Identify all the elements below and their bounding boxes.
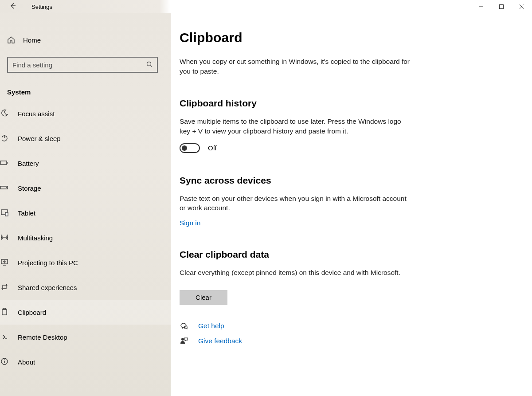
sidebar-item-label: Multitasking — [18, 234, 53, 242]
sidebar-item-remote-desktop[interactable]: Remote Desktop — [0, 325, 178, 349]
content-area: Clipboard When you copy or cut something… — [171, 13, 532, 396]
window-title: Settings — [31, 4, 52, 10]
sidebar-item-label: Tablet — [18, 209, 35, 217]
sign-in-link[interactable]: Sign in — [180, 219, 200, 227]
sidebar-item-label: Power & sleep — [18, 135, 61, 142]
sidebar: Home System Focus assistPower & sleepBat… — [0, 13, 171, 396]
minimize-button[interactable] — [471, 0, 491, 13]
search-icon — [146, 61, 153, 69]
battery-icon — [0, 159, 9, 168]
sidebar-item-label: About — [18, 358, 35, 366]
sidebar-item-label: Projecting to this PC — [18, 259, 78, 267]
get-help-link[interactable]: Get help — [198, 322, 224, 330]
sync-title: Sync across devices — [180, 175, 519, 186]
storage-icon — [0, 184, 9, 193]
svg-rect-9 — [0, 161, 7, 165]
svg-rect-31 — [184, 338, 188, 340]
page-intro: When you copy or cut something in Window… — [180, 57, 410, 76]
clear-button[interactable]: Clear — [180, 290, 227, 305]
history-toggle-label: Off — [208, 144, 217, 152]
sync-desc: Paste text on your other devices when yo… — [180, 194, 410, 213]
home-nav[interactable]: Home — [7, 30, 164, 50]
svg-point-12 — [6, 187, 7, 188]
svg-rect-14 — [5, 212, 8, 216]
sidebar-item-label: Focus assist — [18, 110, 55, 118]
search-input[interactable] — [12, 61, 146, 69]
toggle-knob — [182, 145, 187, 151]
multitask-icon — [0, 233, 9, 243]
sync-section: Sync across devices Paste text on your o… — [180, 175, 519, 227]
sidebar-item-battery[interactable]: Battery — [0, 151, 178, 176]
sidebar-item-shared-experiences[interactable]: Shared experiences — [0, 275, 178, 300]
sidebar-item-label: Battery — [18, 160, 39, 167]
help-icon — [180, 322, 188, 330]
sidebar-item-clipboard[interactable]: Clipboard — [0, 300, 178, 325]
shared-icon — [0, 283, 9, 292]
history-title: Clipboard history — [180, 98, 519, 109]
clear-section: Clear clipboard data Clear everything (e… — [180, 249, 519, 305]
svg-point-25 — [4, 359, 5, 360]
titlebar: Settings — [0, 0, 532, 13]
sidebar-item-projecting-to-this-pc[interactable]: Projecting to this PC — [0, 250, 178, 275]
about-icon — [0, 357, 9, 367]
home-icon — [7, 36, 15, 44]
home-label: Home — [23, 36, 41, 44]
remote-icon — [0, 333, 9, 342]
clear-title: Clear clipboard data — [180, 249, 519, 260]
back-icon[interactable] — [9, 2, 16, 11]
sidebar-item-label: Clipboard — [18, 309, 46, 316]
svg-point-30 — [181, 338, 184, 341]
sidebar-item-multitasking[interactable]: Multitasking — [0, 225, 178, 250]
close-button[interactable] — [512, 0, 532, 13]
svg-point-27 — [181, 323, 186, 328]
history-desc: Save multiple items to the clipboard to … — [180, 117, 410, 136]
clipboard-icon — [0, 308, 9, 317]
feedback-icon — [180, 337, 188, 345]
sidebar-item-about[interactable]: About — [0, 349, 178, 374]
project-icon — [0, 258, 9, 267]
sidebar-item-tablet[interactable]: Tablet — [0, 200, 178, 225]
sidebar-item-label: Remote Desktop — [18, 333, 67, 341]
give-feedback-link[interactable]: Give feedback — [198, 337, 242, 345]
svg-line-6 — [151, 65, 153, 67]
sidebar-item-label: Storage — [18, 184, 41, 192]
search-box[interactable] — [7, 57, 158, 73]
svg-rect-21 — [2, 309, 7, 315]
clear-desc: Clear everything (except pinned items) o… — [180, 268, 410, 278]
moon-icon — [0, 109, 9, 118]
tablet-icon — [0, 208, 9, 218]
sidebar-item-storage[interactable]: Storage — [0, 176, 178, 200]
svg-point-5 — [147, 62, 151, 66]
maximize-button[interactable] — [491, 0, 512, 13]
sidebar-item-power-sleep[interactable]: Power & sleep — [0, 126, 178, 151]
clipboard-history-section: Clipboard history Save multiple items to… — [180, 98, 519, 153]
history-toggle[interactable] — [180, 143, 200, 153]
sidebar-item-focus-assist[interactable]: Focus assist — [0, 101, 178, 126]
category-label: System — [7, 88, 164, 96]
power-icon — [0, 134, 9, 143]
sidebar-item-label: Shared experiences — [18, 284, 77, 291]
page-title: Clipboard — [180, 30, 519, 45]
svg-line-29 — [187, 328, 188, 329]
svg-rect-10 — [7, 162, 8, 164]
svg-rect-2 — [500, 5, 504, 9]
